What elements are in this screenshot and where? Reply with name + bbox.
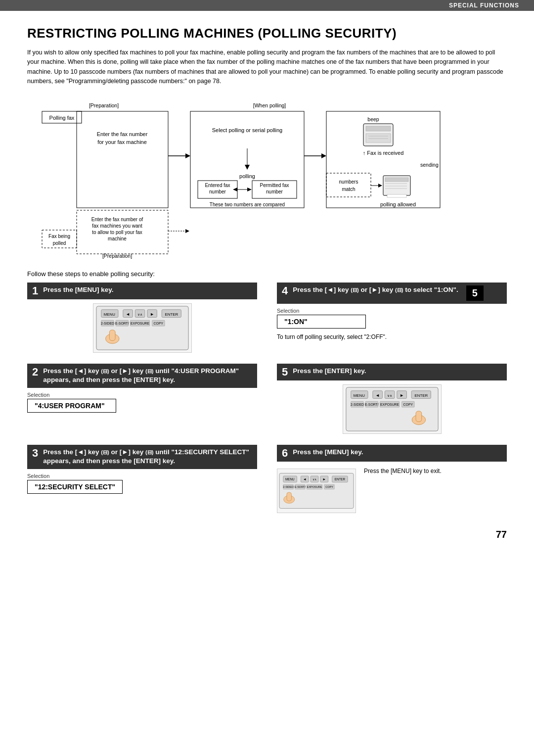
step-4-num: 4 (282, 285, 288, 296)
fax-received-line: ↑ Fax is received (363, 150, 404, 156)
page-number: 77 (27, 529, 507, 540)
steps-grid: 1 Press the [MENU] key. MENU ◄ ∨∧ ► ENTE… (27, 283, 507, 524)
step-6-title: Press the [MENU] key. (293, 448, 363, 457)
svg-text:∨∧: ∨∧ (312, 478, 316, 481)
arrow-2-head (321, 153, 326, 158)
svg-text:EXPOSURE: EXPOSURE (307, 485, 322, 488)
step-4-selection-box: "1:ON" (277, 315, 366, 329)
preparation-label: [Preparation] (89, 102, 119, 108)
prep-box-1 (77, 111, 168, 208)
svg-text:◄: ◄ (126, 311, 130, 316)
svg-text:2-SIDED: 2-SIDED (350, 403, 363, 406)
step-5-title: Press the [ENTER] key. (293, 367, 366, 376)
step-6-image: MENU ◄ ∨∧ ► ENTER 2-SIDED E-SORT/ (277, 469, 356, 513)
step-5-num: 5 (282, 367, 288, 378)
fax-display (366, 126, 391, 131)
svg-text:COPY: COPY (403, 403, 413, 406)
svg-text:ENTER: ENTER (165, 312, 178, 316)
step-6-note: Press the [MENU] key to exit. (364, 468, 442, 474)
step-2-selection-box: "4:USER PROGRAM" (27, 399, 116, 413)
svg-text:◄: ◄ (375, 392, 380, 397)
step-1-header: 1 Press the [MENU] key. (27, 283, 257, 299)
keyboard-step6: MENU ◄ ∨∧ ► ENTER 2-SIDED E-SORT/ (277, 469, 356, 513)
svg-text:Enter the fax number of: Enter the fax number of (91, 217, 143, 222)
step-5-image: MENU ◄ ∨∧ ► ENTER 2-SIDED E-SORT/ EXPOSU… (277, 384, 507, 434)
step-3-selection-box: "12:SECURITY SELECT" (27, 480, 123, 494)
svg-text:MENU: MENU (353, 393, 364, 397)
svg-text:∨∧: ∨∧ (387, 393, 392, 397)
step-6-header: 6 Press the [MENU] key. (277, 445, 507, 462)
step-2-selection-label: Selection (27, 392, 257, 398)
svg-text:2-SIDED: 2-SIDED (100, 322, 114, 325)
svg-text:►: ► (322, 477, 326, 481)
step-1: 1 Press the [MENU] key. MENU ◄ ∨∧ ► ENTE… (27, 283, 257, 355)
fax-being-polled-1: Fax being (48, 234, 70, 239)
thumb (109, 330, 115, 340)
thumb-6 (287, 492, 291, 501)
step-3-header: 3 Press the [◄] key (⊟) or [►] key (⊟) u… (27, 445, 257, 470)
section-title: SPECIAL FUNCTIONS (449, 2, 519, 9)
numbers-match-1: numbers (339, 179, 358, 185)
diagram: [Preparation] [When polling] Polling fax… (27, 96, 507, 261)
preparation-2-label: [Preparation] (102, 253, 132, 259)
permitted-fax-label-2: number (266, 189, 283, 194)
svg-text:►: ► (400, 392, 404, 397)
enter-fax-text-1: Enter the fax number (97, 131, 148, 137)
fax-being-polled-2: polled (53, 240, 66, 246)
svg-text:E-SORT/: E-SORT/ (364, 403, 378, 406)
select-polling-text-1: Select polling or serial polling (212, 127, 282, 133)
double-arrow-left (233, 188, 237, 191)
step-2-num: 2 (32, 367, 38, 378)
polling-fax-label: Polling fax (49, 115, 75, 121)
step-4-selection-label: Selection (277, 308, 507, 314)
intro-text: If you wish to allow only specified fax … (27, 48, 507, 87)
step-4-title: Press the [◄] key (⊟) or [►] key (⊟) to … (293, 285, 458, 295)
step-5-header: 5 Press the [ENTER] key. (277, 364, 507, 380)
entered-fax-label-2: number (209, 189, 226, 194)
step-2: 2 Press the [◄] key (⊟) or [►] key (⊟) u… (27, 364, 257, 436)
svg-text:EXPOSURE: EXPOSURE (131, 322, 150, 325)
follow-steps-text: Follow these steps to enable polling sec… (27, 270, 507, 278)
arrow-1-head (185, 153, 190, 158)
polling-down-arrow (245, 165, 250, 170)
svg-text:2-SIDED: 2-SIDED (283, 485, 294, 488)
svg-text:machine: machine (108, 236, 127, 241)
double-arrow-right (247, 188, 252, 191)
svg-text:ENTER: ENTER (414, 393, 428, 397)
svg-text:COPY: COPY (153, 322, 163, 325)
fax2-display (385, 178, 408, 182)
polling-allowed-text: polling allowed (380, 201, 416, 207)
step-4-header: 4 Press the [◄] key (⊟) or [►] key (⊟) t… (277, 283, 507, 304)
polling-label: polling (239, 173, 255, 179)
keyboard-step5: MENU ◄ ∨∧ ► ENTER 2-SIDED E-SORT/ EXPOSU… (343, 384, 442, 434)
step-4: 4 Press the [◄] key (⊟) or [►] key (⊟) t… (277, 283, 507, 355)
svg-text:to allow to poll your fax: to allow to poll your fax (92, 230, 142, 235)
svg-text:EXPOSURE: EXPOSURE (380, 403, 400, 406)
step-3: 3 Press the [◄] key (⊟) or [►] key (⊟) u… (27, 445, 257, 515)
entered-fax-label-1: Entered fax (205, 183, 230, 188)
svg-text:E-SORT/: E-SORT/ (115, 322, 129, 325)
thumb-5 (416, 411, 422, 422)
enter-fax-text-2: for your fax machine (97, 139, 147, 145)
step-1-num: 1 (32, 285, 38, 296)
permitted-fax-label-1: Permitted fax (260, 183, 289, 188)
keyboard-step1: MENU ◄ ∨∧ ► ENTER 2-SIDED E-SORT/ EXPOSU… (93, 303, 192, 353)
step-2-header: 2 Press the [◄] key (⊟) or [►] key (⊟) u… (27, 364, 257, 388)
when-polling-label: [When polling] (253, 102, 286, 108)
sending-label: sending (420, 162, 439, 168)
step-6-num: 6 (282, 448, 288, 459)
svg-text:COPY: COPY (325, 485, 333, 488)
two-numbers-text: These two numbers are compared (210, 202, 285, 207)
paper-out (387, 194, 406, 197)
beep-label: beep (367, 116, 379, 122)
svg-text:E-SORT/: E-SORT/ (295, 485, 306, 488)
svg-text:∨∧: ∨∧ (137, 312, 142, 316)
svg-text:fax machines you want: fax machines you want (92, 223, 142, 229)
svg-text:MENU: MENU (103, 312, 115, 316)
svg-text:◄: ◄ (303, 477, 307, 481)
page-title: RESTRICTING POLLING MACHINES (POLLING SE… (27, 26, 507, 41)
match-arrow-head (378, 184, 382, 188)
section-header: SPECIAL FUNCTIONS (0, 0, 534, 11)
step-3-selection-label: Selection (27, 473, 257, 479)
step-3-title: Press the [◄] key (⊟) or [►] key (⊟) unt… (43, 448, 252, 467)
